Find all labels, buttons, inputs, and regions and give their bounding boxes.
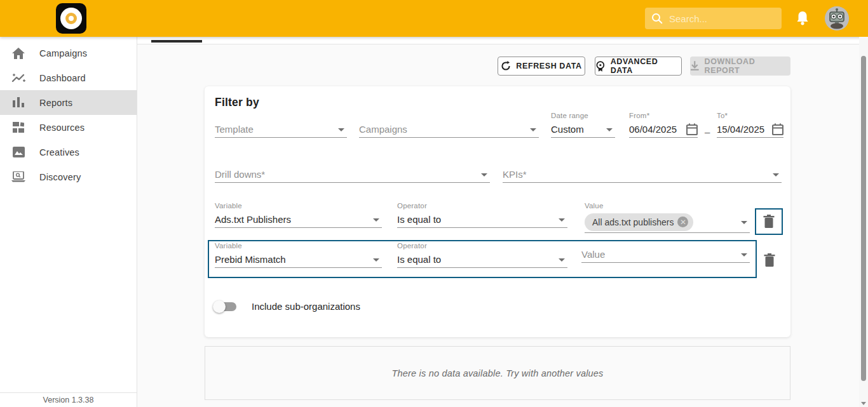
scroll-down-arrow-icon[interactable]: [861, 402, 866, 405]
value-chip-label: All ads.txt publishers: [592, 217, 674, 227]
main-content: REFRESH DATA ADVANCED DATA DOWNLOAD REPO…: [137, 37, 859, 407]
campaigns-placeholder: Campaigns: [359, 124, 407, 135]
chevron-down-icon: [481, 173, 487, 177]
sidebar-item-label: Discovery: [39, 172, 81, 182]
value-select-row1[interactable]: Value All ads.txt publishers ✕: [585, 202, 750, 233]
grid-tiles-icon: [11, 122, 25, 133]
sidebar-item-label: Resources: [39, 123, 85, 133]
operator-value: Is equal to: [397, 214, 441, 225]
date-to-value: 15/04/2025: [717, 124, 766, 135]
value-label: Value: [585, 202, 750, 211]
robot-avatar[interactable]: [825, 6, 849, 30]
sidebar-item-label: Creatives: [39, 147, 79, 157]
no-data-panel: There is no data available. Try with ano…: [205, 346, 790, 400]
variable-select-row1[interactable]: Variable Ads.txt Publishers: [215, 202, 382, 228]
active-tab-indicator[interactable]: [151, 40, 202, 43]
sidebar-item-dashboard[interactable]: Dashboard: [0, 65, 137, 90]
tab-strip: [137, 37, 859, 44]
topbar: [0, 0, 868, 37]
date-from-value: 06/04/2025: [629, 124, 680, 135]
variable-label: Variable: [215, 242, 382, 251]
campaigns-select[interactable]: Campaigns: [359, 121, 539, 138]
refresh-data-button[interactable]: REFRESH DATA: [498, 57, 585, 76]
sidebar-item-reports[interactable]: Reports: [0, 90, 137, 115]
refresh-icon: [501, 61, 511, 71]
chevron-down-icon: [373, 218, 379, 222]
date-from-label: From*: [629, 112, 698, 121]
trash-icon: [764, 253, 775, 267]
advanced-data-button[interactable]: ADVANCED DATA: [595, 57, 682, 76]
sidebar-item-label: Dashboard: [39, 73, 86, 83]
operator-select-row2[interactable]: Operator Is equal to: [397, 242, 567, 268]
date-to-label: To*: [717, 112, 783, 121]
sidebar: Campaigns Dashboard Reports: [0, 37, 137, 407]
date-range-value: Custom: [551, 124, 584, 135]
delete-row1-button[interactable]: [755, 208, 783, 235]
chevron-down-icon: [559, 258, 565, 262]
drill-downs-placeholder: Drill downs*: [215, 169, 265, 180]
logo-ring: [65, 13, 77, 24]
date-from-field[interactable]: From* 06/04/2025: [629, 112, 698, 138]
download-report-label: DOWNLOAD REPORT: [705, 57, 790, 75]
variable-value: Prebid Mismatch: [215, 254, 286, 265]
calendar-icon[interactable]: [772, 123, 783, 135]
toggle-switch[interactable]: [215, 302, 236, 311]
logo-circle: [60, 8, 82, 29]
chevron-down-icon: [773, 173, 779, 177]
sidebar-item-resources[interactable]: Resources: [0, 115, 137, 140]
close-icon[interactable]: ✕: [677, 217, 688, 227]
variable-select-row2[interactable]: Variable Prebid Mismatch: [215, 242, 382, 268]
kpis-placeholder: KPIs*: [503, 169, 527, 180]
bell-icon[interactable]: [795, 10, 810, 27]
trash-icon: [763, 215, 775, 229]
chevron-down-icon: [559, 218, 565, 222]
chevron-down-icon: [741, 221, 747, 224]
sidebar-item-discovery[interactable]: Discovery: [0, 164, 137, 189]
chevron-down-icon: [338, 128, 344, 131]
date-range-label: Date range: [551, 112, 615, 121]
chevron-down-icon: [606, 128, 613, 131]
search-bar[interactable]: [645, 8, 782, 29]
sidebar-item-label: Reports: [39, 98, 72, 108]
chevron-down-icon: [373, 258, 379, 262]
operator-label: Operator: [397, 242, 567, 251]
value-chip[interactable]: All ads.txt publishers ✕: [585, 213, 693, 231]
filter-panel: Filter by Template Campaigns Date range …: [205, 86, 790, 337]
variable-value: Ads.txt Publishers: [215, 214, 291, 225]
include-sub-organizations-toggle-row[interactable]: Include sub-organizations: [215, 301, 360, 312]
operator-value: Is equal to: [397, 254, 441, 265]
image-icon: [11, 147, 25, 157]
advanced-data-label: ADVANCED DATA: [611, 57, 681, 75]
sidebar-item-campaigns[interactable]: Campaigns: [0, 41, 137, 65]
delete-row2-button[interactable]: [759, 249, 780, 272]
variable-label: Variable: [215, 202, 382, 211]
laptop-search-icon: [11, 171, 25, 182]
sidebar-item-label: Campaigns: [39, 48, 87, 58]
chevron-down-icon: [530, 128, 536, 131]
scrollbar-thumb[interactable]: [861, 56, 866, 381]
date-to-field[interactable]: To* 15/04/2025: [717, 112, 783, 138]
brand-ring-logo[interactable]: [56, 3, 86, 34]
badge-icon: [595, 61, 606, 72]
value-placeholder: Value: [581, 249, 605, 260]
download-report-button[interactable]: DOWNLOAD REPORT: [690, 57, 790, 76]
no-data-message: There is no data available. Try with ano…: [391, 368, 603, 378]
toggle-knob: [213, 300, 226, 313]
chevron-down-icon: [741, 253, 747, 257]
kpis-select[interactable]: KPIs*: [503, 166, 782, 183]
operator-label: Operator: [397, 202, 567, 211]
bar-chart-icon: [11, 97, 25, 109]
template-select[interactable]: Template: [215, 121, 347, 138]
calendar-icon[interactable]: [686, 123, 698, 135]
home-icon: [11, 48, 25, 59]
download-icon: [690, 61, 700, 71]
value-select-row2[interactable]: Value: [581, 246, 750, 263]
drill-downs-select[interactable]: Drill downs*: [215, 166, 490, 183]
sidebar-item-creatives[interactable]: Creatives: [0, 140, 137, 164]
date-range-separator: –: [705, 126, 710, 137]
filter-title: Filter by: [215, 96, 259, 109]
date-range-select[interactable]: Date range Custom: [551, 112, 615, 138]
operator-select-row1[interactable]: Operator Is equal to: [397, 202, 567, 228]
search-input[interactable]: [669, 13, 771, 24]
scrollbar[interactable]: [859, 37, 868, 407]
